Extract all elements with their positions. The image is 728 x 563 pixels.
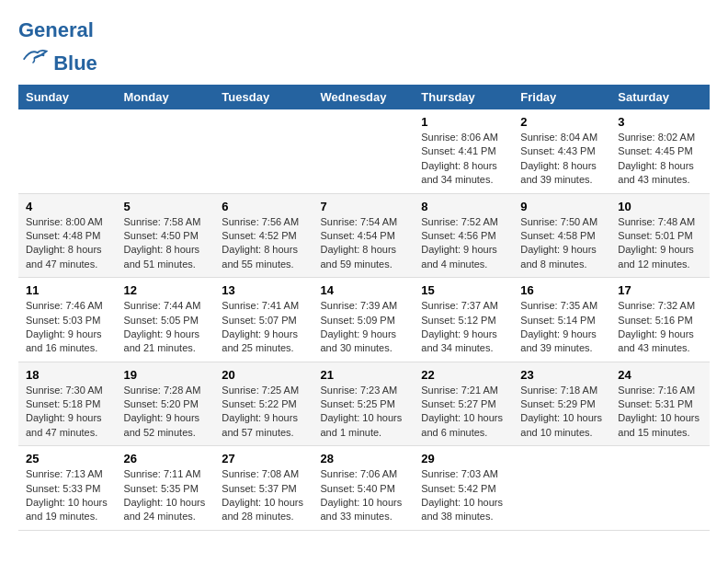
day-info: Sunrise: 7:35 AM Sunset: 5:14 PM Dayligh… (520, 299, 603, 356)
calendar-cell: 25Sunrise: 7:13 AM Sunset: 5:33 PM Dayli… (18, 446, 117, 531)
day-number: 22 (421, 368, 506, 382)
day-info: Sunrise: 8:00 AM Sunset: 4:48 PM Dayligh… (26, 215, 109, 272)
week-row-2: 4Sunrise: 8:00 AM Sunset: 4:48 PM Daylig… (18, 193, 710, 278)
day-info: Sunrise: 7:03 AM Sunset: 5:42 PM Dayligh… (421, 467, 506, 524)
day-info: Sunrise: 7:48 AM Sunset: 5:01 PM Dayligh… (618, 215, 702, 272)
calendar-cell: 22Sunrise: 7:21 AM Sunset: 5:27 PM Dayli… (414, 362, 513, 446)
day-number: 3 (618, 115, 702, 129)
day-number: 9 (520, 200, 603, 213)
day-info: Sunrise: 7:16 AM Sunset: 5:31 PM Dayligh… (618, 384, 702, 441)
calendar-cell: 1Sunrise: 8:06 AM Sunset: 4:41 PM Daylig… (414, 109, 513, 193)
day-info: Sunrise: 7:50 AM Sunset: 4:58 PM Dayligh… (520, 215, 603, 272)
day-info: Sunrise: 7:13 AM Sunset: 5:33 PM Dayligh… (26, 467, 109, 524)
header-friday: Friday (513, 85, 610, 109)
day-info: Sunrise: 7:11 AM Sunset: 5:35 PM Dayligh… (124, 467, 208, 524)
header-monday: Monday (117, 85, 215, 109)
header-saturday: Saturday (610, 85, 710, 109)
week-row-5: 25Sunrise: 7:13 AM Sunset: 5:33 PM Dayli… (18, 446, 710, 531)
day-info: Sunrise: 8:06 AM Sunset: 4:41 PM Dayligh… (421, 131, 506, 188)
calendar-cell: 11Sunrise: 7:46 AM Sunset: 5:03 PM Dayli… (18, 278, 117, 362)
header-thursday: Thursday (414, 85, 513, 109)
calendar-cell: 23Sunrise: 7:18 AM Sunset: 5:29 PM Dayli… (513, 362, 610, 446)
day-number: 15 (421, 283, 506, 297)
day-number: 4 (26, 200, 109, 213)
day-number: 11 (26, 283, 109, 297)
day-info: Sunrise: 7:44 AM Sunset: 5:05 PM Dayligh… (124, 299, 208, 356)
day-info: Sunrise: 7:54 AM Sunset: 4:54 PM Dayligh… (321, 215, 407, 272)
day-number: 23 (520, 368, 603, 382)
logo-bird-icon (20, 42, 48, 70)
day-info: Sunrise: 7:37 AM Sunset: 5:12 PM Dayligh… (421, 299, 506, 356)
calendar-cell: 17Sunrise: 7:32 AM Sunset: 5:16 PM Dayli… (610, 278, 710, 362)
day-number: 10 (618, 200, 702, 213)
day-number: 20 (222, 368, 305, 382)
calendar-cell: 29Sunrise: 7:03 AM Sunset: 5:42 PM Dayli… (414, 446, 513, 531)
calendar-cell: 15Sunrise: 7:37 AM Sunset: 5:12 PM Dayli… (414, 278, 513, 362)
day-info: Sunrise: 8:02 AM Sunset: 4:45 PM Dayligh… (618, 131, 702, 188)
day-number: 27 (222, 452, 305, 465)
day-number: 29 (421, 452, 506, 465)
logo-blue: Blue (53, 52, 97, 75)
day-number: 26 (124, 452, 208, 465)
logo-text: General Blue (18, 18, 97, 75)
header-wednesday: Wednesday (313, 85, 415, 109)
calendar-cell: 14Sunrise: 7:39 AM Sunset: 5:09 PM Dayli… (313, 278, 415, 362)
day-number: 5 (124, 200, 208, 213)
day-number: 6 (222, 200, 305, 213)
calendar-cell: 19Sunrise: 7:28 AM Sunset: 5:20 PM Dayli… (117, 362, 215, 446)
day-number: 18 (26, 368, 109, 382)
day-number: 16 (520, 283, 603, 297)
header-sunday: Sunday (18, 85, 117, 109)
day-number: 24 (618, 368, 702, 382)
calendar-cell: 4Sunrise: 8:00 AM Sunset: 4:48 PM Daylig… (18, 193, 117, 278)
calendar-cell (313, 109, 415, 193)
day-number: 1 (421, 115, 506, 129)
day-info: Sunrise: 7:41 AM Sunset: 5:07 PM Dayligh… (222, 299, 305, 356)
calendar-cell: 27Sunrise: 7:08 AM Sunset: 5:37 PM Dayli… (214, 446, 313, 531)
day-number: 21 (321, 368, 407, 382)
calendar-cell (513, 446, 610, 531)
calendar-cell: 2Sunrise: 8:04 AM Sunset: 4:43 PM Daylig… (513, 109, 610, 193)
day-info: Sunrise: 7:18 AM Sunset: 5:29 PM Dayligh… (520, 384, 603, 441)
day-info: Sunrise: 7:25 AM Sunset: 5:22 PM Dayligh… (222, 384, 305, 441)
day-info: Sunrise: 7:56 AM Sunset: 4:52 PM Dayligh… (222, 215, 305, 272)
calendar-table: SundayMondayTuesdayWednesdayThursdayFrid… (18, 85, 710, 531)
calendar-cell: 9Sunrise: 7:50 AM Sunset: 4:58 PM Daylig… (513, 193, 610, 278)
day-number: 2 (520, 115, 603, 129)
calendar-cell: 7Sunrise: 7:54 AM Sunset: 4:54 PM Daylig… (313, 193, 415, 278)
day-info: Sunrise: 7:23 AM Sunset: 5:25 PM Dayligh… (321, 384, 407, 441)
week-row-3: 11Sunrise: 7:46 AM Sunset: 5:03 PM Dayli… (18, 278, 710, 362)
day-info: Sunrise: 7:21 AM Sunset: 5:27 PM Dayligh… (421, 384, 506, 441)
calendar-cell: 10Sunrise: 7:48 AM Sunset: 5:01 PM Dayli… (610, 193, 710, 278)
day-info: Sunrise: 8:04 AM Sunset: 4:43 PM Dayligh… (520, 131, 603, 188)
calendar-cell: 16Sunrise: 7:35 AM Sunset: 5:14 PM Dayli… (513, 278, 610, 362)
calendar-cell (18, 109, 117, 193)
day-number: 14 (321, 283, 407, 297)
day-number: 13 (222, 283, 305, 297)
day-number: 28 (321, 452, 407, 465)
calendar-cell: 18Sunrise: 7:30 AM Sunset: 5:18 PM Dayli… (18, 362, 117, 446)
logo: General Blue (18, 18, 97, 75)
calendar-cell (117, 109, 215, 193)
day-number: 8 (421, 200, 506, 213)
day-number: 7 (321, 200, 407, 213)
day-info: Sunrise: 7:08 AM Sunset: 5:37 PM Dayligh… (222, 467, 305, 524)
day-info: Sunrise: 7:28 AM Sunset: 5:20 PM Dayligh… (124, 384, 208, 441)
logo-general: General (18, 18, 94, 41)
day-number: 17 (618, 283, 702, 297)
calendar-cell: 24Sunrise: 7:16 AM Sunset: 5:31 PM Dayli… (610, 362, 710, 446)
page-header: General Blue (18, 18, 710, 75)
calendar-cell: 21Sunrise: 7:23 AM Sunset: 5:25 PM Dayli… (313, 362, 415, 446)
day-number: 25 (26, 452, 109, 465)
calendar-cell: 5Sunrise: 7:58 AM Sunset: 4:50 PM Daylig… (117, 193, 215, 278)
day-info: Sunrise: 7:30 AM Sunset: 5:18 PM Dayligh… (26, 384, 109, 441)
week-row-1: 1Sunrise: 8:06 AM Sunset: 4:41 PM Daylig… (18, 109, 710, 193)
calendar-cell: 6Sunrise: 7:56 AM Sunset: 4:52 PM Daylig… (214, 193, 313, 278)
day-number: 19 (124, 368, 208, 382)
day-number: 12 (124, 283, 208, 297)
day-info: Sunrise: 7:52 AM Sunset: 4:56 PM Dayligh… (421, 215, 506, 272)
calendar-cell (610, 446, 710, 531)
calendar-cell: 8Sunrise: 7:52 AM Sunset: 4:56 PM Daylig… (414, 193, 513, 278)
day-info: Sunrise: 7:32 AM Sunset: 5:16 PM Dayligh… (618, 299, 702, 356)
header-tuesday: Tuesday (214, 85, 313, 109)
